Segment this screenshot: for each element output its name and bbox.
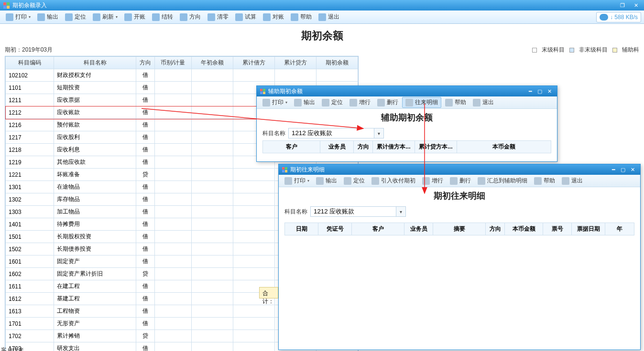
aux-help-button[interactable]: 帮助 xyxy=(442,97,469,107)
aux-balance-dialog[interactable]: 辅助期初余额 ━ ▢ ✕ 打印▾ 输出 定位 增行 删行 往来明细 帮助 退出 … xyxy=(256,85,557,162)
restore-icon[interactable]: ❐ xyxy=(617,1,628,9)
detail-locate-button[interactable]: 定位 xyxy=(341,176,368,186)
detail-addrow-button[interactable]: 增行 xyxy=(419,176,446,186)
detail-subject-label: 科目名称 xyxy=(284,208,307,216)
trial-button[interactable]: 试算 xyxy=(232,12,259,22)
detail-grid[interactable]: 日期 凭证号 客户 业务员 摘要 方向 本币金额 票号 票据日期 年 xyxy=(284,223,634,235)
locate-button[interactable]: 定位 xyxy=(62,12,89,22)
app-icon xyxy=(260,88,265,94)
recon-button[interactable]: 对账 xyxy=(260,12,287,22)
print-button[interactable]: 打印▾ xyxy=(3,12,33,22)
app-icon xyxy=(3,2,10,9)
aux-locate-button[interactable]: 定位 xyxy=(319,97,346,107)
page-title: 期初余额 xyxy=(0,24,644,46)
direction-button[interactable]: 方向 xyxy=(177,12,204,22)
aux-dialog-title: 辅助期初余额 xyxy=(268,87,303,96)
refresh-icon xyxy=(93,13,100,21)
close-icon[interactable]: ✕ xyxy=(628,166,637,173)
legend: 末级科目 非末级科目 辅助科 xyxy=(532,46,639,54)
output-icon xyxy=(37,13,45,21)
detail-output-button[interactable]: 输出 xyxy=(313,176,340,186)
output-button[interactable]: 输出 xyxy=(34,12,61,22)
close-icon[interactable]: ✕ xyxy=(545,87,554,95)
period-label: 期初：2019年03月 xyxy=(5,46,53,54)
detail-subject-input[interactable] xyxy=(310,206,396,217)
maximize-icon[interactable]: ▢ xyxy=(535,87,545,95)
open-button[interactable]: 开账 xyxy=(121,12,148,22)
speed-indicator: ↓ 588 KB/s xyxy=(596,12,641,22)
settle-button[interactable]: 结转 xyxy=(149,12,176,22)
aux-addrow-button[interactable]: 增行 xyxy=(347,97,373,107)
detail-delrow-button[interactable]: 删行 xyxy=(447,176,474,186)
total-label: 合计： xyxy=(259,287,278,298)
aux-grid[interactable]: 客户 业务员 方向 累计借方本... 累计贷方本... 本币金额 xyxy=(262,140,551,153)
detail-summary-button[interactable]: 汇总到辅助明细 xyxy=(475,176,530,186)
main-toolbar: 打印▾ 输出 定位 刷新▾ 开账 结转 方向 清零 试算 对账 帮助 退出 ↓ … xyxy=(0,11,644,24)
detail-subject-dropdown-icon[interactable]: ▾ xyxy=(396,206,406,217)
trial-icon xyxy=(235,13,243,21)
exit-button[interactable]: 退出 xyxy=(316,12,342,22)
settle-icon xyxy=(152,13,160,21)
aux-exit-button[interactable]: 退出 xyxy=(470,97,497,107)
open-icon xyxy=(124,13,132,21)
recon-icon xyxy=(263,13,271,21)
aux-print-button[interactable]: 打印▾ xyxy=(260,97,290,107)
detail-exit-button[interactable]: 退出 xyxy=(559,176,586,186)
grid-header: 科目编码科目名称 方向币别/计量 年初余额累计借方 累计贷方期初余额 xyxy=(6,57,358,69)
locate-icon xyxy=(65,13,73,21)
clear-button[interactable]: 清零 xyxy=(205,12,231,22)
main-titlebar: 期初余额录入 ❐ ✕ xyxy=(0,0,644,11)
aux-detail-button[interactable]: 往来明细 xyxy=(402,97,441,108)
detail-toolbar: 打印▾ 输出 定位 引入收付期初 增行 删行 汇总到辅助明细 帮助 退出 xyxy=(279,175,640,187)
aux-subject-label: 科目名称 xyxy=(262,129,285,138)
app-icon xyxy=(282,167,287,172)
cloud-icon xyxy=(600,14,608,21)
help-button[interactable]: 帮助 xyxy=(288,12,315,22)
help-icon xyxy=(291,13,298,21)
exit-icon xyxy=(318,13,326,21)
detail-dialog-title: 期初往来明细 xyxy=(290,166,325,174)
aux-body-title: 辅助期初余额 xyxy=(257,109,557,126)
refresh-button[interactable]: 刷新▾ xyxy=(90,12,120,22)
clear-icon xyxy=(207,13,215,21)
maximize-icon[interactable]: ▢ xyxy=(618,166,628,173)
detail-import-button[interactable]: 引入收付期初 xyxy=(369,176,418,186)
direction-icon xyxy=(180,13,187,21)
aux-delrow-button[interactable]: 删行 xyxy=(374,97,401,107)
close-icon[interactable]: ✕ xyxy=(631,1,641,9)
detail-help-button[interactable]: 帮助 xyxy=(531,176,558,186)
print-icon xyxy=(6,13,13,21)
detail-dialog[interactable]: 期初往来明细 ━ ▢ ✕ 打印▾ 输出 定位 引入收付期初 增行 删行 汇总到辅… xyxy=(278,164,641,350)
aux-toolbar: 打印▾ 输出 定位 增行 删行 往来明细 帮助 退出 xyxy=(257,96,557,109)
aux-subject-dropdown-icon[interactable]: ▾ xyxy=(374,128,384,138)
minimize-icon[interactable]: ━ xyxy=(609,166,618,173)
detail-body-title: 期初往来明细 xyxy=(279,187,640,204)
main-title: 期初余额录入 xyxy=(12,1,47,10)
aux-output-button[interactable]: 输出 xyxy=(291,97,318,107)
minimize-icon[interactable]: ━ xyxy=(525,87,535,95)
aux-subject-input[interactable] xyxy=(288,128,374,138)
detail-print-button[interactable]: 打印▾ xyxy=(282,176,312,186)
table-row[interactable]: 102102财政授权支付借 xyxy=(6,69,358,82)
status-text: 客户往来 xyxy=(1,346,24,351)
